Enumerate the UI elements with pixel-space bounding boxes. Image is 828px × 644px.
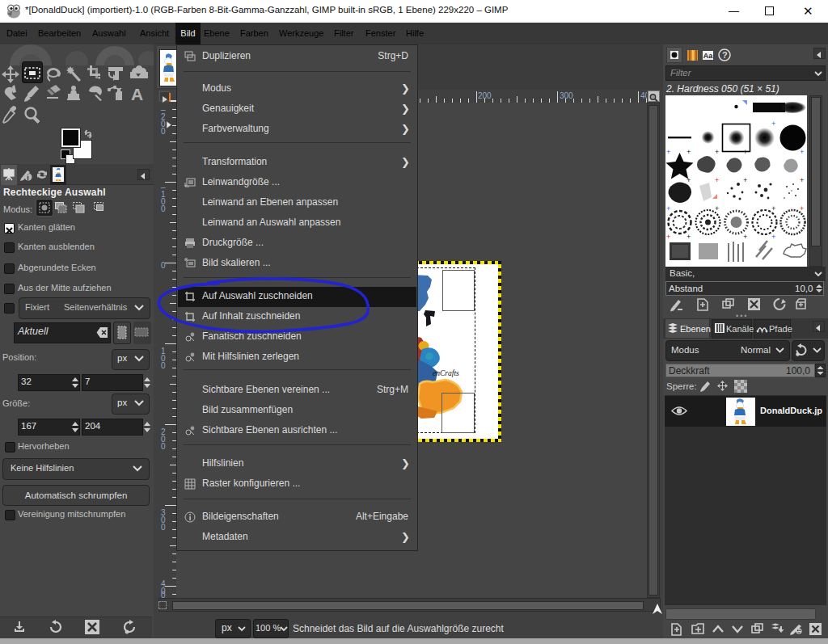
svg-text:+: +: [715, 205, 719, 213]
svg-text:0: 0: [161, 591, 166, 598]
svg-text:+: +: [800, 149, 804, 157]
svg-text:+: +: [771, 234, 775, 242]
svg-text:+: +: [666, 205, 670, 213]
svg-text:0: 0: [161, 442, 166, 451]
svg-text:0: 0: [161, 261, 166, 270]
svg-text:+: +: [715, 149, 719, 157]
svg-text:+: +: [686, 149, 691, 157]
svg-text:+: +: [686, 177, 691, 185]
svg-text:+: +: [800, 177, 804, 185]
svg-text:+: +: [686, 234, 691, 242]
svg-text:0: 0: [161, 204, 166, 213]
svg-text:?: ?: [722, 50, 728, 60]
svg-text:+: +: [666, 149, 670, 157]
svg-text:0: 0: [161, 523, 166, 532]
svg-text:+: +: [771, 205, 775, 213]
svg-text:0: 0: [161, 361, 166, 370]
svg-text:+: +: [771, 120, 775, 128]
svg-text:+: +: [800, 205, 804, 213]
svg-text:+: +: [743, 149, 747, 157]
svg-text:A: A: [131, 85, 143, 103]
svg-text:+: +: [666, 234, 670, 242]
svg-text:i: i: [27, 174, 29, 182]
svg-text:+: +: [743, 234, 747, 242]
svg-text:0: 0: [161, 127, 166, 136]
svg-text:+: +: [715, 177, 719, 185]
svg-text:+: +: [743, 177, 747, 185]
